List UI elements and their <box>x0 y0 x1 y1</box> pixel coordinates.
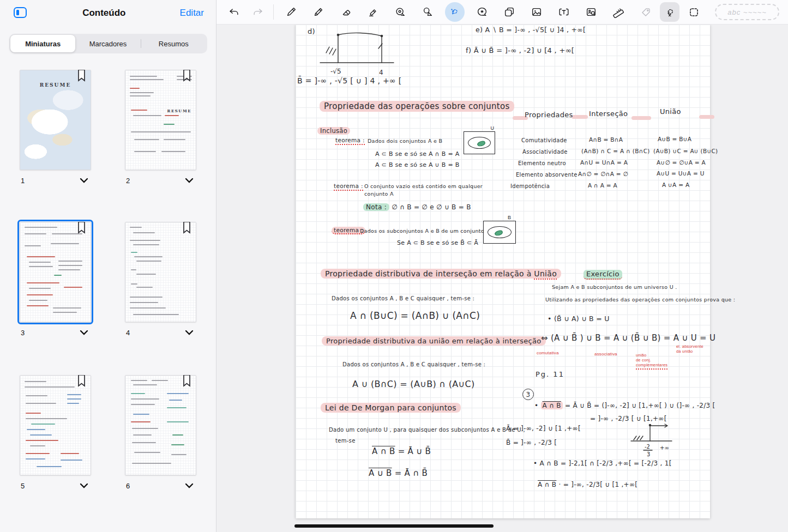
page-menu-chevron[interactable] <box>78 176 90 185</box>
thumbnail-page-6[interactable] <box>125 375 196 475</box>
redo-button[interactable] <box>248 2 268 22</box>
annotation-comutativa: comutativa <box>537 350 559 355</box>
section-title-distributive-2: Propriedade distributiva da união em rel… <box>322 336 546 346</box>
note-teorema3-line2: Se A ⊂ B se e só se B̄ ⊂ Ā <box>397 239 478 246</box>
notebook-page[interactable]: d) -√5 4 e) A ∖ B = ]-∞ , -√5[ ∪ ]4 , +∞… <box>296 25 710 518</box>
formula-demorgan-2: A ∪ B = Ā ∩ B̄ <box>369 468 428 478</box>
thumbnail-page-5[interactable] <box>20 375 91 475</box>
note-exercicio-given: • (B̄ ∪ A) ∪ B = U <box>548 315 610 323</box>
tab-bar: Miniaturas Marcadores Resumos <box>9 34 207 53</box>
note-q3-line3: • A ∩ B = ]-2,1[ ∩ [-2/3 ,+∞[ = [-2/3 , … <box>533 460 672 467</box>
note-teorema3-text: Dados os subconjuntos A e B de um conjun… <box>360 228 496 234</box>
svg-text:3: 3 <box>647 451 650 457</box>
annotation-associativa: associativa <box>594 352 617 356</box>
ruler-tool-button[interactable] <box>609 2 628 22</box>
ai-pen-tool-button[interactable] <box>445 2 465 22</box>
undo-icon <box>228 6 240 18</box>
svg-text:-2: -2 <box>645 444 650 450</box>
svg-text:+∞: +∞ <box>660 445 669 451</box>
tab-bookmarks[interactable]: Marcadores <box>75 35 140 52</box>
pen-tool-button[interactable] <box>281 2 301 22</box>
table-cell: A∪∅ = ∅∪A = A <box>657 159 706 166</box>
thumbnail-page-1[interactable]: RESUME <box>20 70 91 170</box>
note-teorema1-line2: A ⊂ B se e só se A ∪ B = B <box>375 161 460 168</box>
bookmark-icon <box>183 375 191 387</box>
image-icon <box>531 6 543 18</box>
note-exercicio-intro2: Utilizando as propriedades das operações… <box>545 297 735 303</box>
note-teorema1-text: Dados dois conjuntos A e B <box>368 138 442 144</box>
text-box-icon <box>558 6 570 18</box>
tab-thumbnails[interactable]: Miniaturas <box>10 35 75 52</box>
image-tool-button[interactable] <box>527 2 546 22</box>
toolbar-divider <box>273 4 274 20</box>
pencil-tool-button[interactable] <box>309 2 328 22</box>
thumbnail-grid: RESUME 1 <box>20 64 196 522</box>
lasso-icon <box>664 7 676 18</box>
thumbnail-cell-4: 4 <box>125 222 196 337</box>
table-cell: A∩∅ = ∅∩A = ∅ <box>578 171 628 177</box>
table-cell: Associatividade <box>522 149 568 155</box>
note-e-line: e) A ∖ B = ]-∞ , -√5[ ∪ ]4 , +∞[ <box>476 26 586 34</box>
pink-dash <box>631 116 651 120</box>
text-tool-button[interactable] <box>554 2 574 22</box>
note-demorgan-intro1: Dado um conjunto U , para quaisquer dos … <box>329 427 525 433</box>
thumbnail-scribbles <box>125 70 196 170</box>
sticker-search-tool-button[interactable] <box>581 2 601 22</box>
pen-icon <box>285 6 297 18</box>
shapes-icon <box>422 6 434 18</box>
note-page-ref: Pg. 11 <box>536 370 564 378</box>
note-q3-number: 3 <box>522 389 534 400</box>
eraser-tool-button[interactable] <box>336 2 356 22</box>
ruler-icon <box>612 6 624 18</box>
thumbnail-page-4[interactable] <box>125 222 196 322</box>
bookmark-icon <box>77 375 86 387</box>
table-cell: (A∪B) ∪C = A∪ (B∪C) <box>653 148 718 154</box>
stickers-icon <box>476 6 488 18</box>
annotation-uniao-complementares: união de conj. complementares <box>636 353 667 370</box>
rect-select-tool-button[interactable] <box>684 2 703 22</box>
thumbnail-scribbles <box>125 222 196 322</box>
pages-tool-button[interactable] <box>500 2 519 22</box>
note-inclusao: Inclusão <box>317 127 350 135</box>
section-title-properties: Propriedade das operações sobre conjunto… <box>320 101 514 112</box>
edit-button[interactable]: Editar <box>180 8 204 19</box>
horizontal-scrollbar[interactable] <box>294 524 494 528</box>
undo-button[interactable] <box>224 2 244 22</box>
tag-tool-button[interactable] <box>636 2 655 22</box>
note-exercicio-solution: ⇔ (A ∪ B̄ ) ∪ B = A ∪ (B̄ ∪ B) = A ∪ U =… <box>541 333 715 343</box>
page-menu-chevron[interactable] <box>183 328 195 337</box>
thumbnail-page-3-selected[interactable] <box>20 222 91 322</box>
lasso-tool-button-selected[interactable] <box>660 2 679 22</box>
note-demorgan-intro2: tem-se <box>335 438 356 444</box>
bookmark-icon <box>183 222 191 234</box>
stickers-tool-button[interactable] <box>472 2 492 22</box>
page-menu-chevron[interactable] <box>78 481 90 491</box>
page-menu-chevron[interactable] <box>78 328 90 337</box>
rect-select-icon <box>688 7 700 18</box>
note-teorema2-label: teorema : <box>334 183 363 191</box>
table-cell: A∪B = B∪A <box>658 136 691 142</box>
formula-distributive-2: A ∪ (B∩C) = (A∪B) ∩ (A∪C) <box>352 379 475 389</box>
thumbnail-scribbles <box>20 376 91 475</box>
page-menu-chevron[interactable] <box>183 176 195 185</box>
redo-icon <box>252 6 264 18</box>
annotation-absorvente: el. absorvente da união <box>676 344 703 354</box>
tape-tool-button[interactable] <box>390 2 410 22</box>
tab-outlines[interactable]: Resumos <box>141 35 206 52</box>
page-number: 1 <box>21 177 25 185</box>
table-cell: Idempotência <box>510 183 550 189</box>
thumbnail-page-2[interactable]: RESUME <box>125 70 196 170</box>
main-area: abc ~~~~~ d) -√5 4 e) A ∖ B = ]-∞ , -√5[… <box>216 0 788 532</box>
sidebar-toggle-button[interactable] <box>12 6 28 20</box>
shapes-tool-button[interactable] <box>418 2 437 22</box>
table-cell: A∪U = U∪A = U <box>657 170 705 177</box>
cover-title: RESUME <box>20 82 91 88</box>
toolbar: abc ~~~~~ <box>216 0 788 25</box>
highlighter-tool-button[interactable] <box>363 2 383 22</box>
page-number: 3 <box>21 329 25 337</box>
page-number: 6 <box>126 482 130 490</box>
pencil-icon <box>312 6 324 18</box>
table-cell: Elemento absorvente <box>516 172 578 178</box>
svg-text:4: 4 <box>379 69 383 76</box>
page-menu-chevron[interactable] <box>183 481 195 491</box>
